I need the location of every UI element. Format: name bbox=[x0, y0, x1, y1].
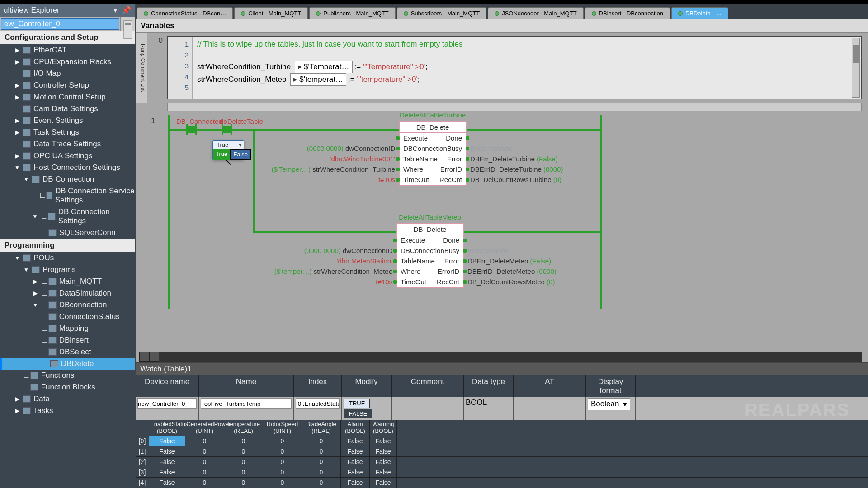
device-name-input[interactable] bbox=[137, 398, 197, 409]
section-config[interactable]: Configurations and Setup bbox=[0, 31, 135, 44]
intellisense-hint[interactable]: $'Temperat… bbox=[295, 61, 353, 73]
contact-label: DB_Connected bbox=[176, 117, 222, 125]
watch-header: Device nameName IndexModify CommentData … bbox=[136, 375, 868, 397]
watch-grid-row[interactable]: [3]False0000FalseFalse bbox=[136, 467, 868, 478]
tab-dbinsert[interactable]: DBinsert - DBconnection bbox=[585, 7, 670, 19]
watch-grid-row[interactable]: [4]False0000FalseFalse bbox=[136, 478, 868, 488]
tree-motion[interactable]: ▶Motion Control Setup bbox=[0, 91, 135, 103]
controller-select[interactable]: ew_Controller_0 bbox=[1, 18, 119, 30]
tree-dbdelete[interactable]: ∟ DBDelete bbox=[0, 358, 135, 370]
fb-type: DB_Delete bbox=[397, 224, 463, 235]
truefalse-popup[interactable]: True True False bbox=[212, 140, 244, 160]
tree-pous[interactable]: ▼POUs bbox=[0, 252, 135, 264]
tree-functionblocks[interactable]: ∟ Function Blocks bbox=[0, 381, 135, 393]
code-body[interactable]: // This is to wipe up the tables, just i… bbox=[193, 37, 861, 99]
svg-rect-1 bbox=[125, 23, 131, 25]
tree-dbconn-service[interactable]: ∟ DB Connection Service Settings bbox=[0, 185, 135, 206]
fb-delete-meteo[interactable]: DeleteAllTableMeteo DB_Delete ExecuteDon… bbox=[396, 223, 464, 288]
var-name-input[interactable] bbox=[201, 398, 292, 409]
fb-instance-name: DeleteAllTableMeteo bbox=[397, 213, 463, 221]
tree-datasim[interactable]: ▶∟ DataSimulation bbox=[0, 287, 135, 299]
watermark: REALPARS bbox=[745, 400, 850, 420]
watch-grid-row[interactable]: [0]False0000FalseFalse bbox=[136, 436, 868, 446]
tab-publishers[interactable]: Publishers - Main_MQTT bbox=[309, 7, 395, 19]
ladder-h-scroll[interactable] bbox=[139, 352, 862, 362]
explorer-title: ultiview Explorer bbox=[4, 6, 60, 15]
rung-number-1: 1 bbox=[151, 117, 155, 126]
contact-db-connected[interactable] bbox=[186, 124, 197, 135]
fb-instance-name: DeleteAllTableTurbine bbox=[400, 112, 466, 119]
tree-camdata[interactable]: Cam Data Settings bbox=[0, 103, 135, 115]
tree-opcua[interactable]: ▶OPC UA Settings bbox=[0, 150, 135, 162]
popup-true-button[interactable]: True bbox=[213, 149, 230, 160]
tab-subscribers[interactable]: Subscribers - Main_MQTT bbox=[397, 7, 486, 19]
ladder-editor[interactable]: 1 DB_Connected doDeleteTable True True bbox=[136, 112, 868, 352]
tab-client[interactable]: Client - Main_MQTT bbox=[234, 7, 308, 19]
index-input[interactable] bbox=[296, 398, 340, 409]
tree-mapping[interactable]: ∟ Mapping bbox=[0, 323, 135, 334]
tree-events[interactable]: ▶Event Settings bbox=[0, 115, 135, 127]
tab-dbdelete[interactable]: DBDelete - … bbox=[671, 7, 728, 19]
sidebar-toggle-icon[interactable] bbox=[120, 17, 135, 31]
tree-dbconn[interactable]: ▼DB Connection bbox=[0, 174, 135, 185]
tab-strip: ConnectionStatus - DBcon… Client - Main_… bbox=[136, 4, 868, 19]
variables-bar[interactable]: Variables bbox=[136, 19, 868, 33]
tree-data[interactable]: ▶Data bbox=[0, 393, 135, 405]
tree-controller-setup[interactable]: ▶Controller Setup bbox=[0, 80, 135, 91]
horizontal-scrollbar[interactable] bbox=[167, 103, 862, 111]
rung-number-0: 0 bbox=[147, 33, 165, 103]
watch-title: Watch (Table)1 bbox=[136, 363, 868, 375]
tree-tasks2[interactable]: ▶Tasks bbox=[0, 405, 135, 417]
modify-false-button[interactable]: FALSE bbox=[344, 409, 372, 418]
right-rail bbox=[600, 115, 602, 309]
data-type: BOOL bbox=[464, 397, 514, 420]
vertical-scrollbar[interactable] bbox=[852, 38, 860, 98]
section-programming[interactable]: Programming bbox=[0, 239, 135, 252]
left-rail bbox=[168, 115, 170, 309]
editor-center: ConnectionStatus - DBcon… Client - Main_… bbox=[136, 4, 868, 488]
tree-datatrace[interactable]: Data Trace Settings bbox=[0, 138, 135, 150]
line-gutter: 12345 bbox=[168, 37, 193, 99]
config-tree: ▶EtherCAT ▶CPU/Expansion Racks I/O Map ▶… bbox=[0, 44, 135, 488]
watch-panel: Watch (Table)1 Device nameName IndexModi… bbox=[136, 362, 868, 488]
intellisense-hint[interactable]: $'temperat… bbox=[290, 73, 346, 86]
tree-functions[interactable]: ∟ Functions bbox=[0, 370, 135, 381]
tree-dbselect[interactable]: ∟ DBSelect bbox=[0, 346, 135, 358]
st-code-block[interactable]: 12345 // This is to wipe up the tables, … bbox=[167, 36, 862, 99]
tab-connstat[interactable]: ConnectionStatus - DBcon… bbox=[137, 7, 233, 19]
tree-sqlserver[interactable]: ∟ SQLServerConn bbox=[0, 227, 135, 239]
modify-true-button[interactable]: TRUE bbox=[344, 399, 370, 408]
tree-dbconn-settings[interactable]: ▼∟ DB Connection Settings bbox=[0, 206, 135, 227]
popup-header: True bbox=[213, 141, 244, 149]
tree-tasks[interactable]: ▶Task Settings bbox=[0, 127, 135, 138]
tree-ethercat[interactable]: ▶EtherCAT bbox=[0, 44, 135, 56]
fb-type: DB_Delete bbox=[400, 122, 466, 133]
rung-comment-list[interactable]: Rung Comment List bbox=[136, 33, 147, 103]
multiview-explorer: ultiview Explorer ▾ 📌 ew_Controller_0 Co… bbox=[0, 4, 136, 488]
watch-grid-row[interactable]: [1]False0000FalseFalse bbox=[136, 446, 868, 457]
tree-dbconnection[interactable]: ▼∟ DBconnection bbox=[0, 299, 135, 311]
tree-iomap[interactable]: I/O Map bbox=[0, 68, 135, 80]
popup-false-button[interactable]: False bbox=[230, 149, 251, 160]
tree-connstat[interactable]: ∟ ConnectionStatus bbox=[0, 311, 135, 323]
tree-dbinsert[interactable]: ∟ DBinsert bbox=[0, 334, 135, 346]
watch-grid-row[interactable]: [2]False0000FalseFalse bbox=[136, 457, 868, 467]
tree-cpu[interactable]: ▶CPU/Expansion Racks bbox=[0, 56, 135, 68]
st-editor: Rung Comment List 0 12345 // This is to … bbox=[136, 33, 868, 103]
contact-do-delete[interactable] bbox=[222, 124, 232, 135]
watch-grid-header: EnabledStatus(BOOL) GeneratedPower(UINT)… bbox=[136, 420, 868, 436]
tab-jsondecoder[interactable]: JSONdecoder - Main_MQTT bbox=[488, 7, 583, 19]
fb-delete-turbine[interactable]: DeleteAllTableTurbine DB_Delete ExecuteD… bbox=[399, 121, 467, 186]
tree-hostconn[interactable]: ▼Host Connection Settings bbox=[0, 162, 135, 174]
tree-programs[interactable]: ▼Programs bbox=[0, 264, 135, 276]
explorer-header: ultiview Explorer ▾ 📌 bbox=[0, 4, 135, 17]
tree-mainmqtt[interactable]: ▶∟ Main_MQTT bbox=[0, 276, 135, 287]
display-format-select[interactable]: Boolean▾ bbox=[588, 398, 630, 410]
chevron-down-icon[interactable]: ▾ 📌 bbox=[113, 5, 131, 15]
